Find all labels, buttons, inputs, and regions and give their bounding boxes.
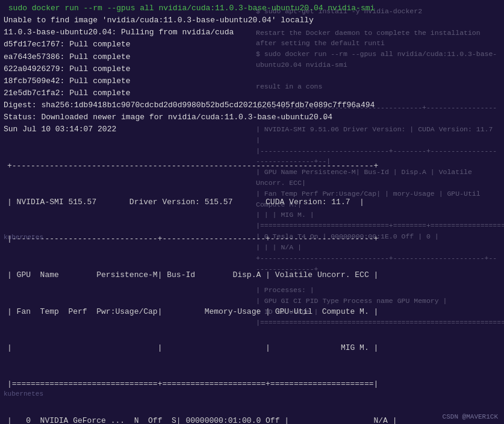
layer-18fc: 18fcb7509e42: Pull complete (0, 75, 504, 87)
timestamp-line: Sun Jul 10 03:14:07 2022 (0, 123, 504, 136)
smi-border-top: +---------------------------------------… (4, 160, 500, 172)
gpu-row1: | 0 NVIDIA GeForce ... N Off S| 00000000… (4, 415, 500, 424)
layer-ea76: ea7643e57386: Pull complete (0, 51, 504, 63)
watermark: CSDN @MAVER1CK (443, 413, 498, 420)
main-terminal-content: sudo docker run --rm --gpus all nvidia/c… (0, 0, 504, 424)
status-line: Status: Downloaded newer image for nvidi… (0, 111, 504, 123)
command-line: sudo docker run --rm --gpus all nvidia/c… (0, 2, 504, 14)
terminal-window: $ sudo apt-get install -y nvidia-docker2… (0, 0, 504, 424)
pulling-line: 11.0.3-base-ubuntu20.04: Pulling from nv… (0, 26, 504, 39)
section-label-kubernetes-1: kubernetes (4, 234, 43, 241)
digest-line: Digest: sha256:1db9418b1c9070cdcbd2d0d99… (0, 99, 504, 111)
smi-header: | NVIDIA-SMI 515.57 Driver Version: 515.… (4, 196, 500, 208)
layer-622a: 622a04926279: Pull complete (0, 63, 504, 75)
pull-error-line: Unable to find image 'nvidia/cuda:11.0.3… (0, 14, 504, 26)
smi-col-header3: | | | MIG M. | (4, 342, 500, 354)
nvidia-smi-table: +---------------------------------------… (0, 136, 504, 424)
smi-divider2: |===============================+=======… (4, 378, 500, 390)
layer-21e5: 21e5db7c1fa2: Pull complete (0, 87, 504, 99)
smi-col-header1: | GPU Name Persistence-M| Bus-Id Disp.A … (4, 269, 500, 281)
smi-divider1: |-------------------------------+-------… (4, 233, 500, 245)
section-label-kubernetes-2: kubernetes (4, 390, 43, 398)
smi-col-header2: | Fan Temp Perf Pwr:Usage/Cap| Memory-Us… (4, 306, 500, 318)
layer-d5fd: d5fd17ec1767: Pull complete (0, 39, 504, 51)
